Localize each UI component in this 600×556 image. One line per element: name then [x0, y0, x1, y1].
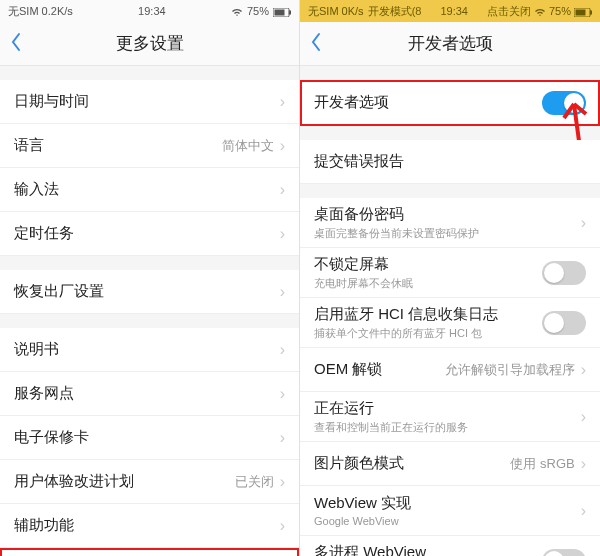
title-bar: 开发者选项	[300, 22, 600, 66]
chevron-right-icon: ›	[280, 429, 285, 447]
chevron-right-icon: ›	[581, 214, 586, 232]
close-hint: 点击关闭	[487, 4, 531, 19]
chevron-right-icon: ›	[280, 283, 285, 301]
page-title: 更多设置	[116, 32, 184, 55]
toggle-stay-awake[interactable]	[542, 261, 586, 285]
battery-icon	[574, 5, 592, 17]
row-bug-report[interactable]: 提交错误报告	[300, 140, 600, 184]
chevron-right-icon: ›	[280, 181, 285, 199]
chevron-right-icon: ›	[581, 502, 586, 520]
chevron-right-icon: ›	[280, 473, 285, 491]
svg-rect-5	[590, 10, 592, 14]
dev-mode-chip: 开发模式(8	[368, 4, 422, 19]
row-dev-toggle[interactable]: 开发者选项	[300, 80, 600, 126]
svg-rect-2	[289, 10, 291, 14]
wifi-icon	[231, 5, 243, 17]
toggle-dev-options[interactable]	[542, 91, 586, 115]
row-webview-impl[interactable]: WebView 实现Google WebView ›	[300, 486, 600, 536]
back-button[interactable]	[10, 32, 22, 56]
row-color-mode[interactable]: 图片颜色模式 使用 sRGB›	[300, 442, 600, 486]
status-time: 19:34	[138, 5, 166, 17]
row-service-point[interactable]: 服务网点 ›	[0, 372, 299, 416]
settings-list: 日期与时间 › 语言 简体中文› 输入法 › 定时任务 › 恢复出厂设置 › 说…	[0, 66, 299, 556]
chevron-right-icon: ›	[581, 361, 586, 379]
row-factory-reset[interactable]: 恢复出厂设置 ›	[0, 270, 299, 314]
wifi-icon	[534, 5, 546, 17]
chevron-right-icon: ›	[280, 225, 285, 243]
toggle-multiproc-webview[interactable]	[542, 549, 586, 557]
svg-rect-1	[274, 9, 284, 15]
row-ux-improve[interactable]: 用户体验改进计划 已关闭›	[0, 460, 299, 504]
title-bar: 更多设置	[0, 22, 299, 66]
row-backup-password[interactable]: 桌面备份密码桌面完整备份当前未设置密码保护 ›	[300, 198, 600, 248]
row-date-time[interactable]: 日期与时间 ›	[0, 80, 299, 124]
row-warranty[interactable]: 电子保修卡 ›	[0, 416, 299, 460]
chevron-right-icon: ›	[581, 455, 586, 473]
battery-text: 75%	[549, 5, 571, 17]
row-multiproc-webview[interactable]: 多进程 WebView单独运行 WebView 渲染程序	[300, 536, 600, 556]
row-accessibility[interactable]: 辅助功能 ›	[0, 504, 299, 548]
row-language[interactable]: 语言 简体中文›	[0, 124, 299, 168]
svg-rect-4	[576, 9, 586, 15]
battery-icon	[273, 5, 291, 17]
chevron-right-icon: ›	[280, 517, 285, 535]
row-oem-unlock[interactable]: OEM 解锁 允许解锁引导加载程序›	[300, 348, 600, 392]
sim-status: 无SIM 0K/s	[308, 4, 364, 19]
status-time: 19:34	[440, 5, 468, 17]
toggle-bt-hci[interactable]	[542, 311, 586, 335]
chevron-right-icon: ›	[280, 137, 285, 155]
chevron-right-icon: ›	[280, 341, 285, 359]
row-ime[interactable]: 输入法 ›	[0, 168, 299, 212]
row-bt-hci-log[interactable]: 启用蓝牙 HCI 信息收集日志捕获单个文件中的所有蓝牙 HCI 包	[300, 298, 600, 348]
chevron-right-icon: ›	[280, 93, 285, 111]
dev-options-list: 开发者选项 提交错误报告 桌面备份密码桌面完整备份当前未设置密码保护 › 不锁定…	[300, 66, 600, 556]
row-developer-options[interactable]: 开发者选项 ›	[0, 548, 299, 556]
status-bar-dev: 无SIM 0K/s 开发模式(8 19:34 点击关闭 75%	[300, 0, 600, 22]
row-manual[interactable]: 说明书 ›	[0, 328, 299, 372]
row-stay-awake[interactable]: 不锁定屏幕充电时屏幕不会休眠	[300, 248, 600, 298]
page-title: 开发者选项	[408, 32, 493, 55]
settings-more-panel: 无SIM 0.2K/s 19:34 75% 更多设置 日期与时间 › 语言 简体…	[0, 0, 300, 556]
back-button[interactable]	[310, 32, 322, 56]
row-scheduled-tasks[interactable]: 定时任务 ›	[0, 212, 299, 256]
developer-options-panel: 无SIM 0K/s 开发模式(8 19:34 点击关闭 75% 开发者选项 开发…	[300, 0, 600, 556]
row-running-services[interactable]: 正在运行查看和控制当前正在运行的服务 ›	[300, 392, 600, 442]
status-bar: 无SIM 0.2K/s 19:34 75%	[0, 0, 299, 22]
chevron-right-icon: ›	[581, 408, 586, 426]
chevron-right-icon: ›	[280, 385, 285, 403]
battery-text: 75%	[247, 5, 269, 17]
sim-status: 无SIM 0.2K/s	[8, 4, 73, 19]
